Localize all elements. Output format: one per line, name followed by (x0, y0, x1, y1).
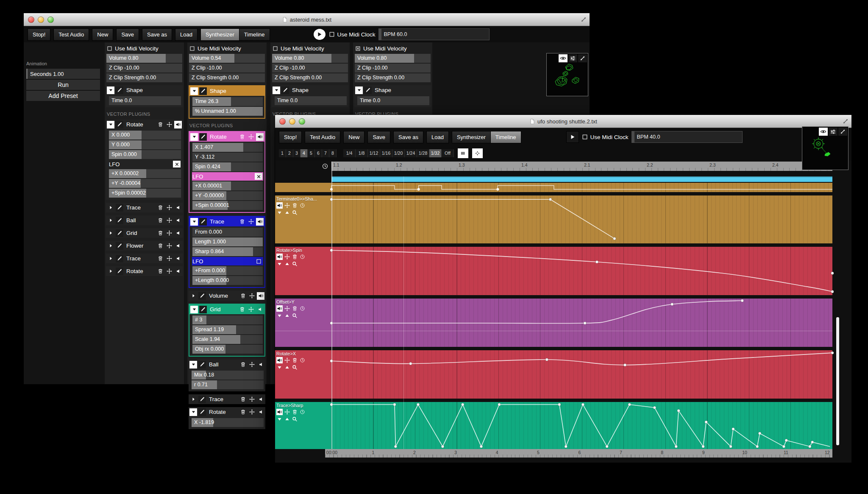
time-ruler[interactable]: 00:00123456789101112 (325, 449, 832, 458)
delete-plugin-button[interactable] (238, 306, 246, 313)
delete-plugin-button[interactable] (238, 218, 246, 226)
plugin-audio-toggle[interactable] (256, 306, 264, 313)
move-plugin-handle[interactable] (165, 268, 173, 275)
snap-count-4[interactable]: 4 (300, 149, 308, 157)
plugin-param[interactable]: Spin 0.000 (109, 150, 181, 159)
snap-count-7[interactable]: 7 (322, 149, 329, 157)
plugin-header[interactable]: Rotate (189, 132, 264, 142)
delete-plugin-button[interactable] (156, 255, 164, 262)
track-clock-button[interactable] (299, 357, 306, 363)
play-button[interactable] (313, 28, 326, 40)
track-delete-button[interactable] (292, 357, 298, 363)
plugin-audio-toggle[interactable] (174, 255, 182, 262)
track-offset-y[interactable]: Offset>Y (275, 299, 832, 347)
color-picker-button[interactable] (198, 361, 206, 368)
minimize-button[interactable] (38, 17, 44, 23)
color-picker-button[interactable] (199, 218, 207, 226)
track-move-handle[interactable] (284, 254, 290, 260)
lfo-enable-checkbox[interactable] (255, 258, 262, 265)
lfo-param[interactable]: +Y -0.00000 (192, 191, 263, 200)
loop-region-bar[interactable] (331, 176, 832, 182)
color-picker-button[interactable] (281, 87, 289, 94)
master-param[interactable]: Z Clip -10.00 (189, 64, 265, 73)
track-shrink-button[interactable] (276, 209, 283, 216)
plugin-audio-toggle[interactable] (257, 361, 264, 368)
master-param[interactable]: Z Clip -10.00 (355, 64, 431, 73)
automation-envelope[interactable] (331, 299, 832, 347)
bpm-input[interactable]: BPM 60.0 (378, 28, 490, 40)
track-zoom-button[interactable] (292, 209, 298, 216)
track-rotate-x[interactable]: Rotate>X (275, 350, 832, 399)
load-button[interactable]: Load (175, 28, 198, 41)
use-midi-velocity-toggle[interactable]: Use Midi Velocity (272, 44, 348, 53)
plugin-param[interactable]: Obj rx 0.000 (192, 345, 263, 354)
plugin-header[interactable]: Shape (189, 86, 264, 96)
move-plugin-handle[interactable] (248, 396, 256, 403)
close-button[interactable] (28, 17, 34, 23)
track-audio-toggle[interactable] (276, 409, 283, 415)
track-grow-button[interactable] (284, 416, 290, 422)
bar-ruler[interactable]: 1.11.21.31.42.12.22.32.4 (331, 162, 832, 171)
master-param[interactable]: Volume 0.80 (355, 54, 431, 63)
use-midi-velocity-toggle[interactable]: Use Midi Velocity (354, 44, 431, 53)
expand-toggle[interactable] (189, 408, 197, 416)
track-clock-button[interactable] (299, 409, 306, 415)
shape-param[interactable]: Time 26.3 (192, 97, 263, 106)
track-audio-toggle[interactable] (276, 305, 283, 312)
plugin-audio-toggle[interactable] (174, 229, 182, 237)
expand-toggle[interactable] (190, 306, 198, 313)
track-move-handle[interactable] (284, 305, 290, 312)
lfo-param[interactable]: +Length 0.000 (192, 276, 263, 285)
expand-toggle[interactable] (190, 133, 198, 141)
lfo-param[interactable]: +X 0.00001 (192, 181, 263, 190)
plugin-param[interactable]: Spin 0.424 (192, 162, 263, 171)
delete-plugin-button[interactable] (156, 121, 164, 128)
track-audio-toggle[interactable] (276, 357, 283, 363)
plugin-header[interactable]: Trace (189, 217, 264, 226)
move-plugin-handle[interactable] (247, 133, 255, 141)
mode-button-synthesizer[interactable]: Synthesizer (201, 29, 239, 40)
track-delete-button[interactable] (292, 409, 298, 415)
plugin-header[interactable]: Grid (106, 228, 183, 238)
color-picker-button[interactable] (198, 408, 206, 416)
plugin-audio-toggle[interactable] (174, 242, 182, 250)
expand-toggle[interactable] (107, 217, 114, 224)
stop-button[interactable]: Stop! (28, 28, 50, 41)
track-delete-button[interactable] (292, 305, 298, 312)
color-picker-button[interactable] (116, 242, 123, 250)
seconds-field[interactable]: Seconds 1.00 (26, 69, 100, 79)
plugin-header[interactable]: Ball (106, 215, 183, 225)
lfo-param[interactable]: +X 0.00002 (109, 169, 181, 178)
track-audio-toggle[interactable] (276, 202, 283, 209)
color-picker-button[interactable] (116, 217, 123, 224)
use-midi-velocity-toggle[interactable]: Use Midi Velocity (106, 44, 183, 53)
lfo-param[interactable]: +Spin 0.00001 (192, 201, 263, 210)
color-picker-button[interactable] (116, 229, 123, 237)
expand-toggle[interactable] (189, 292, 197, 300)
track-zoom-button[interactable] (292, 261, 298, 267)
delete-plugin-button[interactable] (239, 292, 247, 300)
snap-off-button[interactable]: Off (442, 149, 454, 157)
expand-toggle[interactable] (355, 87, 363, 94)
plugin-header[interactable]: Shape (354, 85, 431, 95)
plugin-audio-toggle[interactable] (257, 408, 264, 416)
plugin-param[interactable]: Y -3.112 (192, 153, 263, 162)
close-button[interactable] (279, 118, 286, 125)
lfo-param[interactable]: +From 0.000 (192, 266, 263, 275)
delete-plugin-button[interactable] (238, 133, 246, 141)
track-grow-button[interactable] (284, 209, 290, 216)
plugin-header[interactable]: Flower (106, 241, 183, 251)
plugin-param[interactable]: Spread 1.19 (192, 325, 263, 334)
plugin-param[interactable]: X -1.819 (192, 418, 264, 427)
plugin-header[interactable]: Shape (106, 85, 183, 95)
track-shrink-button[interactable] (276, 364, 283, 371)
expand-toggle[interactable] (107, 242, 114, 250)
color-picker-button[interactable] (116, 204, 123, 212)
new-button[interactable]: New (343, 131, 364, 143)
track-clock-button[interactable] (299, 202, 306, 209)
playhead-line[interactable] (331, 162, 332, 449)
expand-toggle[interactable] (107, 204, 114, 212)
titlebar[interactable]: asteroid mess.txt (24, 13, 590, 26)
plugin-audio-toggle[interactable] (257, 292, 264, 300)
use-midi-clock-toggle[interactable]: Use Midi Clock (582, 134, 629, 140)
